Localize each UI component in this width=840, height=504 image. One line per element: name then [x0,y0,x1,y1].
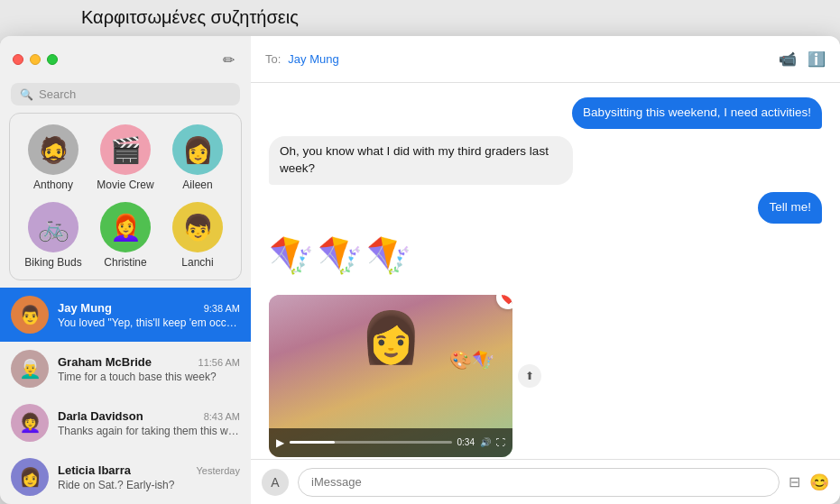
conversation-item-graham-mcbride[interactable]: 👨‍🦳 Graham McBride 11:56 AM Time for a t… [0,342,251,396]
msg-row-tell-me: Tell me! [269,192,822,224]
pinned-section: 🧔 Anthony 🎬 Movie Crew 👩 Aileen 🚲 Biking… [9,113,242,280]
volume-icon[interactable]: 🔊 [480,437,491,447]
search-bar[interactable]: 🔍 Search [11,83,240,105]
app-store-button[interactable]: A [262,469,289,496]
conv-time-graham-mcbride: 11:56 AM [198,357,240,368]
progress-fill [290,441,335,444]
conv-info-darla-davidson: Darla Davidson 8:43 AM Thanks again for … [58,409,240,437]
video-call-icon[interactable]: 📹 [779,50,797,68]
pinned-item-biking-buds[interactable]: 🚲 Biking Buds [21,202,86,269]
pinned-name-christine: Christine [104,256,146,269]
minimize-button[interactable] [30,54,41,65]
video-message-row: 👩 🎨🪁 ▶ 0:34 🔊 ⛶ ❤️ [269,291,512,459]
messages-area: Babysitting this weekend, I need activit… [251,83,840,459]
msg-row-babysitting: Babysitting this weekend, I need activit… [269,97,822,129]
avatar-jay-mung: 👨 [11,296,49,334]
pinned-avatar-movie-crew: 🎬 [100,124,151,175]
pinned-row-2: 🚲 Biking Buds 👩‍🦰 Christine 👦 Lanchi [17,202,234,269]
input-area: A ⊟ 😊 [251,459,840,504]
pinned-item-lanchi[interactable]: 👦 Lanchi [165,202,230,269]
sidebar: ✏ 🔍 Search 🧔 Anthony 🎬 Movie Crew 👩 Aile [0,36,251,504]
chat-area: To: Jay Mung 📹 ℹ️ Babysitting this weeke… [251,36,840,504]
pinned-item-aileen[interactable]: 👩 Aileen [165,124,230,191]
avatar-leticia-ibarra: 👩 [11,458,49,496]
kite-3: 🪁 [366,234,411,277]
pinned-item-christine[interactable]: 👩‍🦰 Christine [93,202,158,269]
conv-name-darla-davidson: Darla Davidson [58,409,143,423]
avatar-graham-mcbride: 👨‍🦳 [11,350,49,388]
pinned-item-anthony[interactable]: 🧔 Anthony [21,124,86,191]
chat-header-actions: 📹 ℹ️ [779,50,826,68]
close-button[interactable] [13,54,23,65]
avatar-darla-davidson: 👩‍🦱 [11,404,49,442]
conv-time-jay-mung: 9:38 AM [204,303,240,314]
video-wrapper: 👩 🎨🪁 ▶ 0:34 🔊 ⛶ ❤️ [269,295,512,457]
titlebar: ✏ [0,36,251,83]
search-placeholder: Search [39,87,76,101]
chat-contact-name[interactable]: Jay Mung [288,52,338,66]
waveform-icon[interactable]: ⊟ [789,473,800,490]
pinned-avatar-christine: 👩‍🦰 [100,202,151,252]
conversation-item-leticia-ibarra[interactable]: 👩 Leticia Ibarra Yesterday Ride on Sat.?… [0,450,251,504]
kite-2: 🪁 [318,234,363,277]
video-controls: ▶ 0:34 🔊 ⛶ [269,428,512,457]
time-played: 0:34 [457,437,475,447]
conv-name-jay-mung: Jay Mung [58,301,112,315]
video-craft-items: 🎨🪁 [449,349,494,371]
pinned-name-lanchi: Lanchi [181,256,213,269]
conv-name-leticia-ibarra: Leticia Ibarra [58,463,131,477]
conversation-item-darla-davidson[interactable]: 👩‍🦱 Darla Davidson 8:43 AM Thanks again … [0,396,251,450]
emoji-button[interactable]: 😊 [809,472,829,492]
annotation-label: Καρφιτσωμένες συζητήσεις [81,7,299,28]
conv-name-graham-mcbride: Graham McBride [58,355,152,369]
chat-header: To: Jay Mung 📹 ℹ️ [251,36,840,83]
msg-bubble-third-graders: Oh, you know what I did with my third gr… [269,136,573,185]
maximize-button[interactable] [47,54,58,65]
app-window: ✏ 🔍 Search 🧔 Anthony 🎬 Movie Crew 👩 Aile [0,36,840,504]
conv-time-darla-davidson: 8:43 AM [204,411,240,422]
conv-info-jay-mung: Jay Mung 9:38 AM You loved "Yep, this'll… [58,301,240,329]
info-icon[interactable]: ℹ️ [808,50,826,68]
fullscreen-icon[interactable]: ⛶ [496,437,505,447]
conv-preview-graham-mcbride: Time for a touch base this week? [58,371,240,383]
app-store-icon: A [271,475,279,490]
msg-bubble-babysitting: Babysitting this weekend, I need activit… [572,97,822,129]
pinned-row-1: 🧔 Anthony 🎬 Movie Crew 👩 Aileen [17,124,234,191]
search-icon: 🔍 [20,88,33,101]
pinned-avatar-lanchi: 👦 [172,202,223,252]
pinned-avatar-anthony: 🧔 [28,124,78,175]
kite-1: 🪁 [269,234,314,277]
conv-time-leticia-ibarra: Yesterday [196,465,240,476]
conversation-item-jay-mung[interactable]: 👨 Jay Mung 9:38 AM You loved "Yep, this'… [0,288,251,342]
video-person-figure: 👩 [360,308,422,367]
to-label: To: [265,52,281,66]
conversation-list: 👨 Jay Mung 9:38 AM You loved "Yep, this'… [0,288,251,504]
play-button[interactable]: ▶ [276,436,284,449]
message-input[interactable] [298,468,780,497]
conv-info-leticia-ibarra: Leticia Ibarra Yesterday Ride on Sat.? E… [58,463,240,491]
kite-row: 🪁 🪁 🪁 [269,234,411,277]
pinned-name-anthony: Anthony [33,179,73,191]
pinned-avatar-aileen: 👩 [172,124,223,175]
compose-button[interactable]: ✏ [219,48,238,72]
pinned-name-biking-buds: Biking Buds [24,256,81,269]
conv-preview-leticia-ibarra: Ride on Sat.? Early-ish? [58,479,240,491]
pinned-item-movie-crew[interactable]: 🎬 Movie Crew [93,124,158,191]
progress-bar[interactable] [290,441,452,444]
msg-bubble-tell-me: Tell me! [758,192,822,224]
msg-row-third-graders: Oh, you know what I did with my third gr… [269,136,822,185]
pinned-name-aileen: Aileen [182,179,212,191]
pinned-avatar-biking-buds: 🚲 [28,202,78,252]
conv-preview-darla-davidson: Thanks again for taking them this weeken… [58,425,240,437]
traffic-lights [13,54,58,65]
conv-preview-jay-mung: You loved "Yep, this'll keep 'em occupie… [58,316,240,329]
pinned-name-movie-crew: Movie Crew [97,179,153,191]
share-button[interactable]: ⬆ [518,364,541,388]
conv-info-graham-mcbride: Graham McBride 11:56 AM Time for a touch… [58,355,240,383]
